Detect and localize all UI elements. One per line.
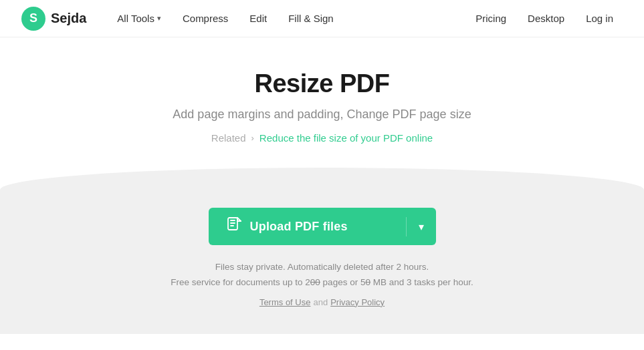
info-line2: Free service for documents up to 200 pag…: [171, 275, 473, 291]
file-upload-icon: [227, 217, 242, 236]
logo-letter: S: [29, 11, 37, 25]
nav-links: All Tools ▾ Compress Edit Fill & Sign: [108, 7, 466, 29]
upload-label: Upload PDF files: [250, 220, 348, 234]
page-title: Resize PDF: [255, 69, 390, 98]
related-link[interactable]: Reduce the file size of your PDF online: [259, 132, 433, 144]
logo-icon: S: [21, 7, 45, 31]
svg-rect-0: [228, 218, 237, 230]
upload-main: Upload PDF files: [209, 217, 407, 236]
curved-section: Upload PDF files ▾ Files stay private. A…: [0, 168, 644, 334]
info-middle: pages or 5: [320, 277, 366, 287]
main-content: Resize PDF Add page margins and padding,…: [0, 37, 644, 334]
nav-all-tools-label: All Tools: [117, 13, 154, 24]
nav-compress[interactable]: Compress: [173, 7, 237, 29]
upload-button[interactable]: Upload PDF files ▾: [209, 208, 436, 245]
related-label: Related: [211, 132, 246, 144]
nav-edit-label: Edit: [249, 13, 267, 24]
logo-text: Sejda: [51, 11, 86, 26]
nav-pricing[interactable]: Pricing: [466, 7, 516, 29]
terms-separator: and: [313, 297, 328, 307]
info-strike2: 0: [365, 277, 370, 287]
navbar: S Sejda All Tools ▾ Compress Edit Fill &…: [0, 0, 644, 37]
arrow-label: ▾: [419, 220, 424, 233]
info-prefix: Free service for documents up to 2: [171, 277, 310, 287]
nav-fill-sign[interactable]: Fill & Sign: [279, 7, 343, 29]
nav-pricing-label: Pricing: [475, 13, 506, 24]
chevron-right-icon: ›: [251, 133, 254, 143]
nav-desktop[interactable]: Desktop: [518, 7, 574, 29]
nav-fill-sign-label: Fill & Sign: [288, 13, 334, 24]
dropdown-arrow-icon[interactable]: ▾: [407, 220, 436, 233]
nav-right: Pricing Desktop Log in: [466, 7, 623, 29]
related-row: Related › Reduce the file size of your P…: [211, 132, 433, 144]
page-subtitle: Add page margins and padding, Change PDF…: [173, 108, 471, 122]
nav-desktop-label: Desktop: [528, 13, 564, 24]
info-line1: Files stay private. Automatically delete…: [171, 260, 473, 275]
privacy-policy-link[interactable]: Privacy Policy: [330, 297, 385, 307]
logo-link[interactable]: S Sejda: [21, 7, 86, 31]
chevron-down-icon: ▾: [157, 14, 161, 23]
nav-all-tools[interactable]: All Tools ▾: [108, 7, 171, 29]
nav-login[interactable]: Log in: [576, 7, 623, 29]
nav-compress-label: Compress: [183, 13, 228, 24]
terms-row: Terms of Use and Privacy Policy: [259, 297, 385, 307]
terms-of-use-link[interactable]: Terms of Use: [259, 297, 311, 307]
info-strike1: 00: [310, 277, 320, 287]
nav-edit[interactable]: Edit: [240, 7, 276, 29]
info-text: Files stay private. Automatically delete…: [171, 260, 473, 291]
nav-login-label: Log in: [586, 13, 613, 24]
info-suffix: MB and 3 tasks per hour.: [370, 277, 473, 287]
